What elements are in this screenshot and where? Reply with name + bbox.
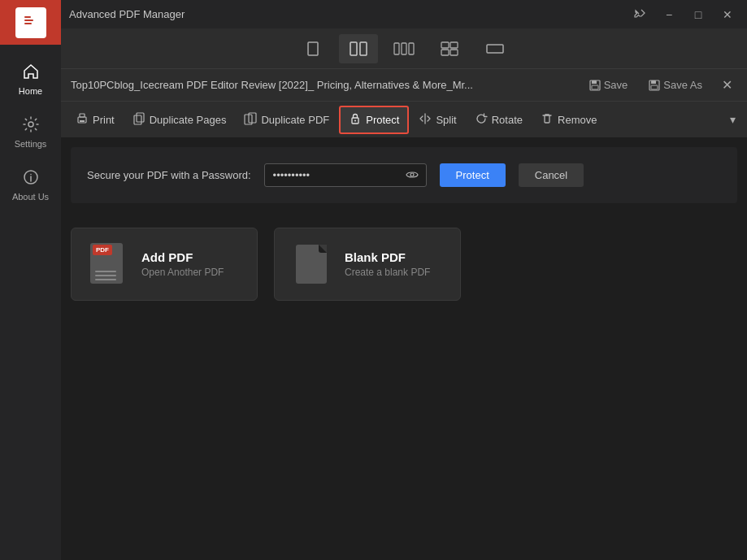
title-bar-controls: − □ ✕ <box>628 7 739 23</box>
svg-rect-12 <box>409 43 414 54</box>
save-button[interactable]: Save <box>583 76 635 94</box>
duplicate-pdf-icon <box>244 112 257 128</box>
view-grid3-tab[interactable] <box>384 34 423 63</box>
doc-title: Top10PCblog_Icecream PDF Editor Review [… <box>71 79 575 91</box>
svg-point-32 <box>354 119 356 121</box>
protect-confirm-button[interactable]: Protect <box>440 163 506 187</box>
svg-rect-20 <box>592 85 598 89</box>
blank-pdf-title: Blank PDF <box>345 250 430 264</box>
add-pdf-card[interactable]: PDF Add PDF Open Another PDF <box>71 228 258 301</box>
svg-rect-2 <box>24 20 33 21</box>
doc-header: Top10PCblog_Icecream PDF Editor Review [… <box>61 69 747 102</box>
split-button[interactable]: Split <box>410 107 464 132</box>
save-as-button[interactable]: Save As <box>642 76 709 94</box>
print-label: Print <box>93 114 115 126</box>
rotate-button[interactable]: Rotate <box>467 107 531 132</box>
protect-label: Protect <box>366 114 399 126</box>
maximize-button[interactable]: □ <box>687 7 710 23</box>
protect-icon <box>349 112 362 128</box>
home-icon <box>22 63 40 83</box>
minimize-button[interactable]: − <box>658 7 680 23</box>
main-content: Advanced PDF Manager − □ ✕ <box>61 0 747 560</box>
blank-pdf-icon-wrap <box>291 242 332 287</box>
add-pdf-title: Add PDF <box>141 250 224 264</box>
svg-rect-16 <box>450 50 458 55</box>
title-bar: Advanced PDF Manager − □ ✕ <box>61 0 747 28</box>
svg-rect-13 <box>441 42 449 48</box>
remove-button[interactable]: Remove <box>532 107 605 132</box>
blank-pdf-card[interactable]: Blank PDF Create a blank PDF <box>274 228 461 301</box>
pin-button[interactable] <box>628 7 651 23</box>
cards-area: PDF Add PDF Open Another PDF Blank PDF <box>61 211 747 317</box>
sidebar-item-settings[interactable]: Settings <box>0 106 61 158</box>
svg-rect-9 <box>360 42 367 55</box>
rotate-label: Rotate <box>492 114 523 126</box>
more-button[interactable]: ▾ <box>725 108 740 131</box>
svg-rect-7 <box>308 42 318 55</box>
sidebar: Home Settings About Us <box>0 0 61 560</box>
sidebar-item-settings-label: Settings <box>15 139 47 149</box>
split-label: Split <box>436 114 456 126</box>
duplicate-pdf-label: Duplicate PDF <box>261 114 329 126</box>
svg-rect-0 <box>22 13 37 31</box>
remove-icon <box>541 112 554 128</box>
svg-rect-11 <box>402 43 406 54</box>
duplicate-pages-button[interactable]: Duplicate Pages <box>124 107 235 132</box>
svg-rect-28 <box>137 113 144 122</box>
sidebar-item-about[interactable]: About Us <box>0 158 61 211</box>
svg-rect-22 <box>651 80 656 84</box>
svg-rect-17 <box>487 45 503 53</box>
blank-pdf-subtitle: Create a blank PDF <box>345 267 430 278</box>
protect-panel: Secure your PDF with a Password: Protect… <box>71 147 737 203</box>
view-wide-tab[interactable] <box>476 34 515 63</box>
rotate-icon <box>475 112 488 128</box>
password-input[interactable] <box>264 163 427 187</box>
add-pdf-icon-wrap: PDF <box>88 242 128 287</box>
settings-icon <box>22 115 40 136</box>
svg-point-33 <box>410 173 414 176</box>
svg-rect-10 <box>394 43 399 54</box>
cancel-button[interactable]: Cancel <box>519 163 584 187</box>
sidebar-item-home[interactable]: Home <box>0 53 61 106</box>
toolbar: Print Duplicate Pages Duplicate PDF <box>61 102 747 139</box>
svg-rect-1 <box>24 16 31 18</box>
add-pdf-subtitle: Open Another PDF <box>141 267 224 278</box>
protect-button[interactable]: Protect <box>339 106 409 134</box>
sidebar-item-home-label: Home <box>19 86 42 96</box>
duplicate-pdf-button[interactable]: Duplicate PDF <box>236 107 337 132</box>
view-single-tab[interactable] <box>293 34 332 63</box>
duplicate-pages-label: Duplicate Pages <box>150 114 227 126</box>
remove-label: Remove <box>558 114 597 126</box>
svg-rect-27 <box>134 115 141 124</box>
sidebar-item-about-label: About Us <box>12 192 49 202</box>
close-button[interactable]: ✕ <box>716 7 739 23</box>
duplicate-pages-icon <box>132 112 145 128</box>
svg-rect-14 <box>450 42 458 48</box>
app-title: Advanced PDF Manager <box>69 8 185 20</box>
svg-rect-3 <box>24 23 32 24</box>
svg-rect-23 <box>651 85 658 89</box>
svg-rect-26 <box>80 120 85 122</box>
logo-icon <box>15 7 46 38</box>
svg-rect-19 <box>592 80 597 84</box>
view-split2-tab[interactable] <box>430 34 469 63</box>
about-icon <box>22 168 40 189</box>
protect-panel-label: Secure your PDF with a Password: <box>87 169 251 181</box>
view-grid2-tab[interactable] <box>339 34 378 63</box>
print-button[interactable]: Print <box>67 107 123 132</box>
toggle-password-visibility-button[interactable] <box>404 167 420 184</box>
svg-rect-8 <box>350 42 357 55</box>
split-icon <box>419 112 432 128</box>
password-input-wrapper <box>264 163 427 187</box>
doc-close-button[interactable]: ✕ <box>717 76 737 94</box>
print-icon <box>76 112 89 128</box>
view-tabs-bar <box>61 28 747 69</box>
app-logo <box>0 0 61 45</box>
svg-rect-25 <box>80 114 85 117</box>
svg-point-4 <box>28 122 33 127</box>
svg-rect-15 <box>441 50 449 55</box>
svg-point-6 <box>30 174 32 176</box>
